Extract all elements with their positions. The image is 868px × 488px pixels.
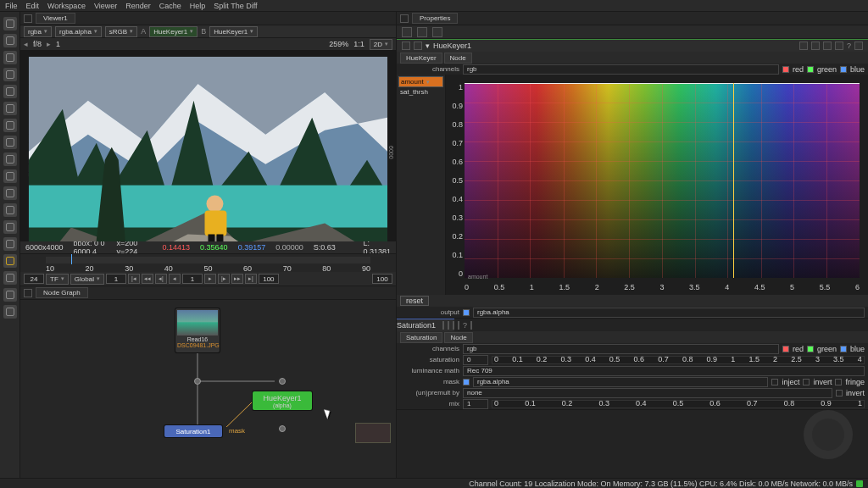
toolbin-keyer[interactable] <box>3 119 17 132</box>
menu-file[interactable]: File <box>5 2 18 10</box>
ratio-readout[interactable]: 1:1 <box>353 40 364 48</box>
panel-title-bar[interactable]: ▾ HueKeyer1 ? <box>397 39 868 52</box>
pane-menu-icon[interactable] <box>24 289 32 297</box>
tab-saturation[interactable]: Saturation <box>400 332 442 343</box>
saturation-slider[interactable]: 00.10.20.30.40.50.60.70.80.911.522.533.5… <box>492 356 865 364</box>
menu-viewer[interactable]: Viewer <box>94 2 117 10</box>
revert-icon[interactable] <box>458 321 459 330</box>
reveal-icon[interactable] <box>402 42 410 50</box>
chk-green[interactable] <box>807 346 814 352</box>
viewer-canvas[interactable]: 6000 <box>20 50 396 241</box>
fps-field[interactable] <box>24 274 44 284</box>
close-icon[interactable] <box>854 42 863 50</box>
goto-end-icon[interactable]: ▸| <box>245 274 257 284</box>
tab-huekeyer[interactable]: HueKeyer <box>400 53 442 64</box>
step-fwd-icon[interactable]: ▸▸ <box>231 274 243 284</box>
a-input-select[interactable]: HueKeyer1 <box>149 26 198 37</box>
tab-node[interactable]: Node <box>444 332 472 343</box>
zoom-readout[interactable]: 259% <box>329 40 348 48</box>
menu-render[interactable]: Render <box>125 2 151 10</box>
nodegraph-tab[interactable]: Node Graph <box>36 287 88 298</box>
play-back-icon[interactable]: ◂ <box>169 274 181 284</box>
fstop-readout[interactable]: f/8 <box>33 40 42 48</box>
toolbin-channel[interactable] <box>3 68 17 81</box>
toolbin-filter[interactable] <box>3 102 17 115</box>
next-key-icon[interactable]: |▸ <box>218 274 230 284</box>
tab-node[interactable]: Node <box>444 53 472 64</box>
node-dot[interactable] <box>279 378 286 385</box>
channels-select[interactable]: rgb <box>463 344 779 354</box>
toolbin-extra2[interactable] <box>3 305 17 319</box>
viewer-tab[interactable]: Viewer1 <box>36 13 75 24</box>
chk-mask[interactable] <box>463 379 470 385</box>
toolbin-toolsets[interactable] <box>3 254 17 268</box>
param-amount[interactable]: amount <box>398 76 443 87</box>
float-icon[interactable] <box>442 321 444 330</box>
center-icon[interactable] <box>414 42 422 50</box>
toolbin-extra1[interactable] <box>3 288 17 302</box>
chk-fringe[interactable] <box>835 379 842 385</box>
panel-title-bar[interactable]: ▾ Saturation1 ? <box>397 319 454 331</box>
timeline[interactable]: 102030405060708090 <box>20 253 396 272</box>
mix-field[interactable]: 1 <box>463 399 488 409</box>
play-fwd-icon[interactable]: ▸ <box>204 274 216 284</box>
hue-graph[interactable]: amount sat_thrsh 10.90.80.70.60.50.40.30… <box>397 75 868 295</box>
param-satthrsh[interactable]: sat_thrsh <box>398 87 443 97</box>
pane-menu-icon[interactable] <box>400 14 409 23</box>
view-mode-select[interactable]: 2D <box>370 39 392 50</box>
float-icon[interactable] <box>799 42 808 50</box>
step-back-icon[interactable]: ◂◂ <box>142 274 153 284</box>
chk-blue[interactable] <box>840 66 847 73</box>
undo-icon[interactable] <box>811 42 820 50</box>
output-select[interactable]: rgba.alpha <box>473 308 865 318</box>
prev-frame-icon[interactable]: ◂ <box>24 40 28 48</box>
toolbin-3d[interactable] <box>3 169 17 183</box>
tf-select[interactable]: TF <box>46 274 69 285</box>
toolbin-other[interactable] <box>3 271 17 285</box>
menu-cache[interactable]: Cache <box>159 2 181 10</box>
node-dot[interactable] <box>194 378 201 385</box>
saturation-field[interactable]: 0 <box>463 355 488 365</box>
pane-menu-icon[interactable] <box>24 14 32 23</box>
chk-green[interactable] <box>807 66 814 73</box>
properties-tab[interactable]: Properties <box>412 13 458 24</box>
mask-select[interactable]: rgba.alpha <box>473 377 768 387</box>
layer-select[interactable]: rgba.alpha <box>55 26 102 37</box>
toolbin-metadata[interactable] <box>3 237 17 251</box>
chk-blue[interactable] <box>840 346 847 352</box>
mix-slider[interactable]: 00.10.20.30.40.50.60.70.80.91 <box>492 400 865 408</box>
backdrop-node[interactable] <box>355 423 391 443</box>
menu-workspace[interactable]: Workspace <box>47 2 86 10</box>
toolbin-transform[interactable] <box>3 152 17 166</box>
node-graph-canvas[interactable]: Read16 DSC09481.JPG Saturation1 HueKeyer… <box>20 300 396 478</box>
chk-invert2[interactable] <box>836 390 843 396</box>
undo-icon[interactable] <box>448 321 449 330</box>
toolbin-time[interactable] <box>3 51 17 64</box>
node-huekeyer[interactable]: HueKeyer1(alpha) <box>253 391 312 410</box>
redo-icon[interactable] <box>823 42 832 50</box>
in-field[interactable] <box>106 274 126 284</box>
goto-start-icon[interactable]: |◂ <box>128 274 140 284</box>
trash-icon[interactable] <box>432 27 442 37</box>
chk-red[interactable] <box>782 346 789 352</box>
channels-select[interactable]: rgb <box>463 64 779 75</box>
chk-inject[interactable] <box>771 379 778 385</box>
revert-icon[interactable] <box>835 42 843 50</box>
reset-button[interactable]: reset <box>400 296 429 306</box>
node-saturation[interactable]: Saturation1 <box>164 425 222 437</box>
menu-help[interactable]: Help <box>190 2 206 10</box>
luminance-select[interactable]: Rec 709 <box>463 366 865 376</box>
lock-icon[interactable] <box>402 27 412 37</box>
chk-red[interactable] <box>782 66 789 73</box>
redo-icon[interactable] <box>453 321 454 330</box>
next-frame-icon[interactable]: ▸ <box>47 40 51 48</box>
toolbin-particles[interactable] <box>3 186 17 200</box>
clearall-icon[interactable] <box>417 27 427 37</box>
colorspace-select[interactable]: sRGB <box>105 26 137 37</box>
prev-key-icon[interactable]: ◂| <box>155 274 167 284</box>
node-read[interactable]: Read16 DSC09481.JPG <box>175 308 220 352</box>
toolbin-deep[interactable] <box>3 203 17 217</box>
unpremult-select[interactable]: none <box>463 388 832 398</box>
chk-output[interactable] <box>463 309 470 316</box>
toolbin-color[interactable] <box>3 85 17 98</box>
